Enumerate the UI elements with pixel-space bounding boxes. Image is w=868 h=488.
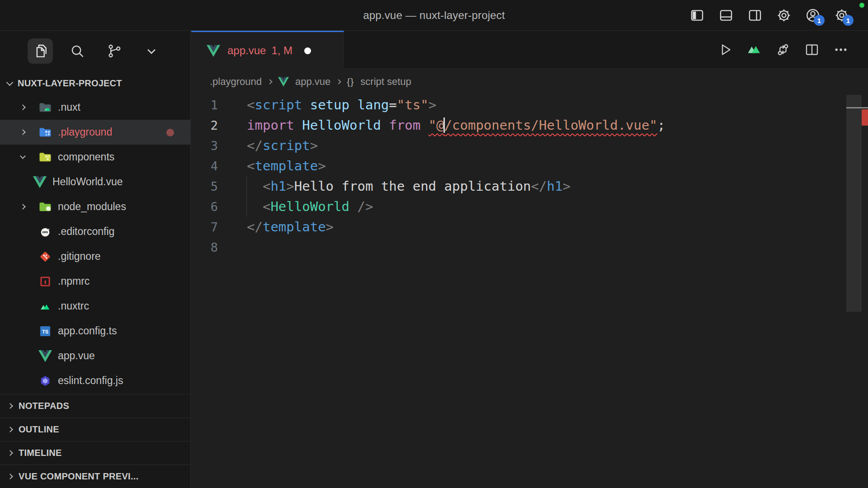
titlebar: app.vue — nuxt-layer-project — [0, 0, 868, 31]
code-line[interactable]: 4<template> — [191, 156, 868, 176]
code-token: > — [286, 178, 294, 194]
explorer-files-icon[interactable] — [28, 38, 53, 64]
tree-item-nuxt-folder[interactable]: .nuxt — [0, 95, 190, 120]
line-number: 3 — [191, 136, 247, 156]
file-tree: .nuxt .playground compone — [0, 95, 190, 393]
code-line[interactable]: 1<script setup lang="ts"> — [191, 95, 868, 115]
settings-gear-icon[interactable] — [776, 7, 792, 23]
explorer-root-label: NUXT-LAYER-PROJECT — [18, 78, 122, 89]
green-status-dot — [859, 3, 864, 8]
more-views-chevron-icon[interactable] — [139, 38, 164, 64]
tree-item-label: HelloWorld.vue — [52, 176, 123, 188]
line-number: 5 — [191, 176, 247, 197]
tree-item-gitignore[interactable]: .gitignore — [0, 244, 190, 269]
vertical-scrollbar[interactable] — [846, 95, 862, 312]
tree-item-label: .npmrc — [58, 275, 90, 287]
code-token: > — [562, 178, 570, 194]
source-control-icon[interactable] — [102, 38, 127, 64]
code-token: = — [389, 97, 396, 113]
code-token: from — [389, 117, 420, 133]
section-label: OUTLINE — [19, 424, 59, 435]
typescript-file-icon: TS — [38, 324, 52, 338]
layout-panel-icon[interactable] — [718, 7, 734, 23]
code-area[interactable]: 1<script setup lang="ts">2import HelloWo… — [191, 95, 868, 488]
dirty-indicator[interactable] — [304, 47, 311, 54]
code-token: template — [255, 158, 318, 174]
tree-item-label: node_modules — [58, 201, 126, 213]
code-token: /> — [349, 199, 373, 214]
section-notepads[interactable]: NOTEPADS — [0, 394, 190, 418]
vue-file-icon — [278, 77, 289, 87]
layout-sidebar-right-icon[interactable] — [747, 7, 763, 23]
tree-item-label: .nuxtrc — [58, 300, 89, 312]
code-line[interactable]: 7</template> — [191, 217, 868, 237]
chevron-right-icon — [7, 474, 13, 479]
line-text: </script> — [247, 136, 868, 156]
line-number: 8 — [191, 237, 247, 258]
section-label: NOTEPADS — [19, 401, 69, 411]
code-token: </ — [247, 219, 263, 235]
activity-bar — [0, 31, 190, 71]
tree-item-nuxtrc[interactable]: .nuxtrc — [0, 294, 190, 319]
code-line[interactable]: 5 <h1>Hello from the end application</h1… — [191, 176, 868, 197]
tree-item-editorconfig[interactable]: .editorconfig — [0, 219, 190, 244]
breadcrumb-folder[interactable]: .playground — [210, 76, 262, 88]
manage-gear-icon[interactable]: 1 — [834, 7, 850, 23]
chevron-right-icon — [20, 129, 26, 135]
line-text: <h1>Hello from the end application</h1> — [247, 176, 868, 197]
tree-item-npmrc[interactable]: .npmrc — [0, 269, 190, 294]
code-token: import — [247, 117, 294, 133]
tree-item-playground-folder[interactable]: .playground — [0, 120, 190, 145]
chevron-right-icon — [7, 427, 13, 432]
explorer-root-header[interactable]: NUXT-LAYER-PROJECT — [0, 71, 190, 95]
vue-file-icon — [38, 349, 52, 363]
breadcrumb-file[interactable]: app.vue — [295, 76, 330, 88]
open-changes-icon[interactable] — [775, 42, 791, 58]
code-line[interactable]: 6 <HelloWorld /> — [191, 197, 868, 217]
code-token: "ts" — [397, 97, 429, 113]
line-number: 7 — [191, 217, 247, 237]
code-line[interactable]: 8 — [191, 237, 868, 258]
code-token: h1 — [547, 178, 563, 194]
code-lines: 1<script setup lang="ts">2import HelloWo… — [191, 95, 868, 258]
code-token: "@ — [429, 117, 444, 133]
code-token: </ — [247, 138, 263, 153]
editor-group: app.vue 1, M — [191, 31, 868, 488]
more-actions-icon[interactable] — [833, 42, 849, 58]
tree-item-label: app.config.ts — [58, 325, 117, 337]
code-line[interactable]: 2import HelloWorld from "@/components/He… — [191, 115, 868, 136]
code-token: HelloWorld — [270, 199, 349, 214]
code-line[interactable]: 3</script> — [191, 136, 868, 156]
section-vue-component-preview[interactable]: VUE COMPONENT PREVI... — [0, 465, 190, 488]
tree-item-components-folder[interactable]: components — [0, 145, 190, 169]
code-token: script — [255, 97, 302, 113]
section-outline[interactable]: OUTLINE — [0, 418, 190, 441]
nuxt-icon[interactable] — [746, 42, 762, 58]
tree-item-label: .gitignore — [58, 250, 101, 263]
account-icon[interactable]: 1 — [805, 7, 821, 23]
code-token: HelloWorld — [302, 117, 381, 133]
tree-item-eslint-config[interactable]: eslint.config.js — [0, 368, 190, 393]
npm-file-icon — [38, 275, 52, 288]
sidebar: NUXT-LAYER-PROJECT .nuxt .playground — [0, 31, 191, 488]
overview-ruler-cursor-mark — [846, 107, 868, 108]
overview-ruler-error-mark — [862, 109, 868, 126]
code-token — [349, 97, 357, 113]
tree-item-label: eslint.config.js — [58, 375, 123, 387]
nuxt-folder-icon — [38, 101, 52, 114]
search-icon[interactable] — [65, 38, 90, 64]
chevron-right-icon — [20, 104, 26, 110]
section-timeline[interactable]: TIMELINE — [0, 441, 190, 465]
layout-sidebar-left-icon[interactable] — [689, 7, 705, 23]
run-icon[interactable] — [717, 42, 733, 58]
vscode-window: app.vue — nuxt-layer-project — [0, 0, 868, 488]
sidebar-sections: NOTEPADS OUTLINE TIMELINE VUE COMPONENT … — [0, 394, 190, 488]
tab-app-vue[interactable]: app.vue 1, M — [191, 31, 344, 69]
tree-item-helloworld-vue[interactable]: HelloWorld.vue — [0, 169, 190, 194]
tree-item-app-config-ts[interactable]: TS app.config.ts — [0, 319, 190, 343]
chevron-right-icon — [267, 79, 272, 84]
tree-item-node-modules-folder[interactable]: node_modules — [0, 194, 190, 219]
tree-item-app-vue[interactable]: app.vue — [0, 343, 190, 368]
breadcrumb-symbol[interactable]: script setup — [360, 76, 411, 88]
split-editor-icon[interactable] — [804, 42, 820, 58]
